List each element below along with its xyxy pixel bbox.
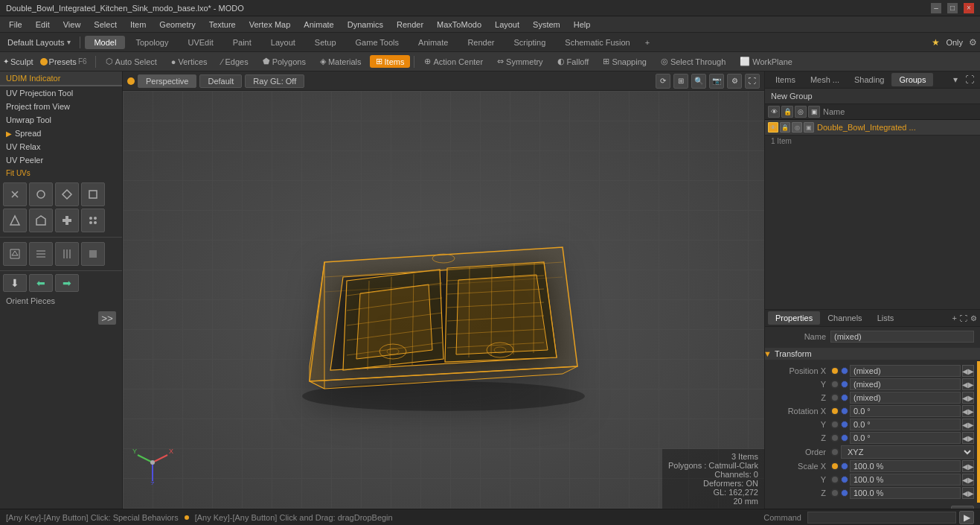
prop-scale-y-circle[interactable]: [841, 476, 848, 483]
prop-rot-y-radio[interactable]: [830, 420, 839, 429]
menu-file[interactable]: File: [3, 19, 28, 31]
right-tab-expand[interactable]: ⛶: [962, 73, 977, 86]
prop-pos-x-circle[interactable]: [841, 367, 848, 375]
menu-animate[interactable]: Animate: [298, 19, 339, 31]
menu-item[interactable]: Item: [124, 19, 152, 31]
mode-workplane[interactable]: ⬜ WorkPlane: [734, 55, 798, 68]
prop-scale-z-input[interactable]: [850, 487, 961, 499]
vp-icon-camera[interactable]: 📷: [709, 74, 724, 89]
mode-snapping[interactable]: ⊞ Snapping: [597, 55, 653, 68]
sidebar-item-uv-projection[interactable]: UV Projection Tool: [0, 86, 122, 100]
prop-rot-z-radio[interactable]: [830, 433, 839, 442]
prop-rot-y-arrow[interactable]: ◀▶: [962, 419, 974, 430]
tab-uvedit[interactable]: UVEdit: [179, 36, 222, 49]
tab-setup[interactable]: Setup: [306, 36, 345, 49]
mode-action-center[interactable]: ⊕ Action Center: [418, 55, 489, 68]
right-tab-shading[interactable]: Shading: [847, 73, 891, 86]
prop-pos-z-arrow[interactable]: ◀▶: [962, 392, 974, 404]
prop-tab-channels[interactable]: Channels: [820, 311, 869, 325]
prop-tab-properties[interactable]: Properties: [768, 311, 820, 325]
mode-falloff[interactable]: ◐ Falloff: [551, 55, 595, 68]
tab-paint[interactable]: Paint: [224, 36, 260, 49]
item-icon-eye[interactable]: 👁: [768, 122, 778, 133]
right-tab-mesh[interactable]: Mesh ...: [803, 73, 847, 86]
prop-add-btn[interactable]: +: [952, 314, 957, 322]
sidebar-item-uv-relax[interactable]: UV Relax: [0, 140, 122, 153]
prop-name-input[interactable]: [830, 331, 974, 343]
minimize-button[interactable]: –: [931, 3, 941, 13]
vp-icon-settings[interactable]: ⚙: [727, 74, 742, 89]
mode-symmetry[interactable]: ⇔ Symmetry: [491, 55, 549, 68]
prop-scale-z-arrow[interactable]: ◀▶: [962, 487, 974, 499]
mode-select-through[interactable]: ◎ Select Through: [655, 55, 731, 68]
item-hdr-eye[interactable]: 👁: [768, 106, 780, 118]
prop-rot-z-circle[interactable]: [841, 434, 848, 442]
prop-scale-y-arrow[interactable]: ◀▶: [962, 474, 974, 486]
tool-btn-6[interactable]: [29, 209, 53, 232]
sidebar-item-spread[interactable]: ▶ Spread: [0, 127, 122, 140]
prop-rot-x-input[interactable]: [850, 405, 961, 417]
tab-model[interactable]: Model: [85, 36, 125, 49]
tab-gametools[interactable]: Game Tools: [347, 36, 409, 49]
tab-animate[interactable]: Animate: [409, 36, 457, 49]
mode-edges[interactable]: ⁄ Edges: [216, 56, 254, 68]
prop-pos-x-radio[interactable]: [830, 366, 839, 375]
sidebar-item-fit-uvs[interactable]: Fit UVs: [0, 167, 122, 179]
tab-layout[interactable]: Layout: [262, 36, 304, 49]
menu-help[interactable]: Help: [568, 19, 597, 31]
layout-dropdown-icon[interactable]: ▾: [67, 38, 71, 46]
right-tab-items[interactable]: Items: [768, 73, 803, 86]
viewport[interactable]: Perspective Default Ray GL: Off ⟳ ⊞ 🔍 📷 …: [123, 71, 764, 509]
close-button[interactable]: ×: [964, 3, 974, 13]
menu-maxtomodo[interactable]: MaxToModo: [431, 19, 487, 31]
viewport-dot[interactable]: [127, 77, 135, 85]
right-tab-chevron[interactable]: ▾: [950, 73, 961, 86]
sculpt-label[interactable]: Sculpt: [10, 57, 33, 66]
mode-materials[interactable]: ◈ Materials: [314, 55, 368, 68]
mode-items[interactable]: ⊞ Items: [370, 55, 411, 68]
menu-edit[interactable]: Edit: [30, 19, 56, 31]
prop-rot-y-input[interactable]: [850, 419, 961, 430]
sidebar-item-unwrap[interactable]: Unwrap Tool: [0, 113, 122, 127]
prop-scale-x-circle[interactable]: [841, 462, 848, 470]
tool-btn-7[interactable]: [55, 209, 79, 232]
right-tab-groups[interactable]: Groups: [891, 73, 933, 86]
item-hdr-lock[interactable]: 🔒: [781, 106, 793, 118]
prop-rot-x-circle[interactable]: [841, 407, 848, 415]
tool-btn-10[interactable]: [29, 242, 53, 266]
maximize-button[interactable]: □: [947, 3, 958, 13]
tool-btn-12[interactable]: [81, 242, 105, 266]
tool-btn-4[interactable]: [81, 182, 105, 206]
tab-render[interactable]: Render: [458, 36, 503, 49]
vp-icon-rotate[interactable]: ⟳: [656, 74, 670, 89]
arrow-right-btn[interactable]: ➡: [55, 274, 79, 292]
mode-vertices[interactable]: ● Vertices: [165, 56, 214, 68]
prop-rot-y-circle[interactable]: [841, 421, 848, 428]
expand-button[interactable]: >>: [98, 311, 116, 325]
tool-btn-5[interactable]: [3, 209, 27, 232]
menu-view[interactable]: View: [57, 19, 87, 31]
prop-rot-x-arrow[interactable]: ◀▶: [962, 405, 974, 417]
menu-geometry[interactable]: Geometry: [153, 19, 201, 31]
item-hdr-geo[interactable]: ◎: [795, 106, 807, 118]
transform-toggle-icon[interactable]: ▼: [765, 349, 772, 358]
prop-scale-y-input[interactable]: [850, 474, 961, 486]
arrow-left-btn[interactable]: ⬅: [29, 274, 53, 292]
prop-order-select[interactable]: XYZ XZY YXZ YZX ZXY ZYX: [841, 445, 974, 459]
prop-pos-z-input[interactable]: [850, 392, 961, 404]
mode-auto-select[interactable]: ⬡ Auto Select: [100, 55, 163, 68]
menu-render[interactable]: Render: [391, 19, 429, 31]
new-group-bar[interactable]: New Group: [765, 89, 980, 104]
prop-scale-z-circle[interactable]: [841, 489, 848, 497]
tool-btn-1[interactable]: [3, 182, 27, 206]
tool-btn-11[interactable]: [55, 242, 79, 266]
prop-rot-z-arrow[interactable]: ◀▶: [962, 432, 974, 444]
prop-pos-z-radio[interactable]: [830, 393, 839, 402]
sidebar-item-uv-peeler[interactable]: UV Peeler: [0, 153, 122, 167]
prop-pos-y-arrow[interactable]: ◀▶: [962, 378, 974, 390]
prop-icon-expand[interactable]: ⛶: [960, 314, 967, 322]
prop-pos-y-radio[interactable]: [830, 380, 839, 389]
prop-nav-btn[interactable]: >>: [951, 506, 974, 509]
item-row-sink[interactable]: 👁 🔒 ◎ ▣ Double_Bowl_Integrated ...: [765, 120, 980, 136]
tab-add[interactable]: +: [641, 36, 654, 49]
